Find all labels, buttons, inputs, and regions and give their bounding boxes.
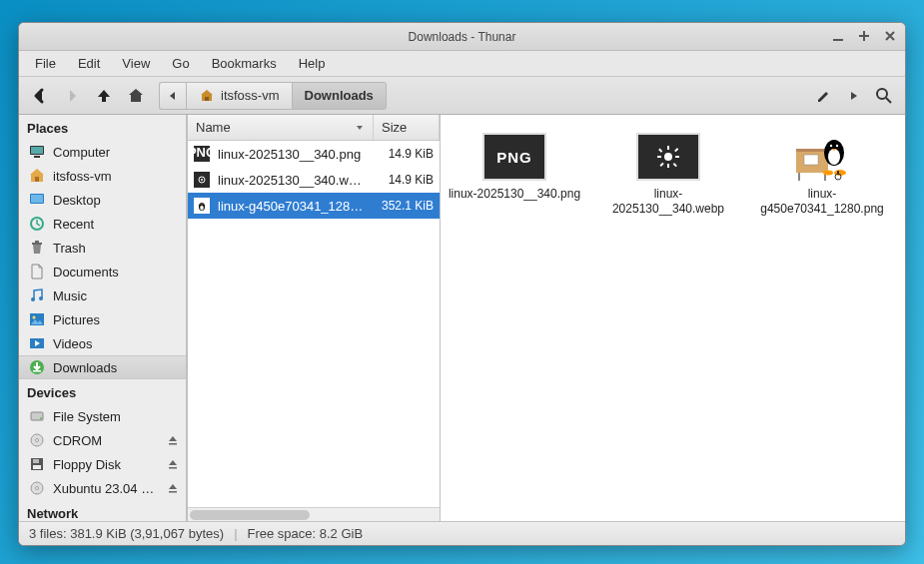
sidebar-item-label: Videos [53,336,93,351]
column-header: Name Size [188,115,440,141]
view-mode-button[interactable] [841,83,867,109]
icon-label: linux-g450e70341_1280.png [754,187,890,217]
sidebar-item-pictures[interactable]: Pictures [19,307,186,331]
download-icon [29,359,45,375]
sidebar-item-label: Downloads [53,360,117,375]
icon-label: linux-2025130__340.webp [600,187,736,217]
menubar: File Edit View Go Bookmarks Help [19,51,905,77]
monitor-icon [29,144,45,160]
file-name: linux-g450e70341_1280.png [218,199,366,214]
sidebar-item-label: Xubuntu 23.04 am… [53,481,160,496]
table-row[interactable]: linux-2025130__340.webp14.9 KiB [188,167,440,193]
sidebar-item-file-system[interactable]: File System [19,404,186,428]
sidebar-item-label: Documents [53,265,119,280]
eject-icon[interactable] [168,483,178,493]
sidebar-item-downloads[interactable]: Downloads [19,355,186,379]
svg-point-15 [33,316,36,319]
trash-icon [29,240,45,256]
sort-asc-icon [355,123,365,133]
sidebar[interactable]: PlacesComputeritsfoss-vmDesktopRecentTra… [19,115,187,521]
sidebar-item-cdrom[interactable]: CDROM [19,428,186,452]
sidebar-item-trash[interactable]: Trash [19,236,186,260]
icon-item[interactable]: linux-g450e70341_1280.png [754,133,890,217]
sidebar-item-xubuntu-23-04-am-[interactable]: Xubuntu 23.04 am… [19,476,186,500]
eject-icon[interactable] [168,435,178,445]
svg-rect-0 [833,39,843,41]
svg-point-20 [40,417,42,419]
svg-text:PNG: PNG [194,146,210,160]
svg-rect-23 [169,443,177,445]
window: Downloads - Thunar File Edit View Go Boo… [18,22,906,546]
home-button[interactable] [123,83,149,109]
path-segment-current[interactable]: Downloads [292,82,387,110]
svg-point-13 [39,296,43,300]
sidebar-item-desktop[interactable]: Desktop [19,188,186,212]
svg-rect-52 [804,155,818,165]
menu-bookmarks[interactable]: Bookmarks [202,53,287,74]
column-size[interactable]: Size [374,115,440,140]
file-thumb-icon [194,172,210,188]
path-segment-home[interactable]: itsfoss-vm [186,82,292,110]
file-name: linux-2025130__340.png [218,147,366,162]
table-row[interactable]: PNGlinux-2025130__340.png14.9 KiB [188,141,440,167]
menu-help[interactable]: Help [289,53,336,74]
search-button[interactable] [871,83,897,109]
menu-edit[interactable]: Edit [68,53,110,74]
path-segment-label: Downloads [305,88,374,103]
sidebar-item-floppy-disk[interactable]: Floppy Disk [19,452,186,476]
sidebar-item-label: File System [53,409,121,424]
scrollbar-thumb[interactable] [190,510,310,520]
icon-item[interactable]: PNGlinux-2025130__340.png [447,133,582,202]
doc-icon [29,264,45,280]
pathbar: itsfoss-vm Downloads [159,82,805,110]
close-button[interactable] [881,27,899,45]
home-icon [29,168,45,184]
window-title: Downloads - Thunar [19,30,905,44]
svg-rect-43 [796,149,828,152]
sidebar-item-recent[interactable]: Recent [19,212,186,236]
menu-go[interactable]: Go [162,53,199,74]
list-rows[interactable]: PNGlinux-2025130__340.png14.9 KiBlinux-2… [188,141,440,507]
sidebar-item-label: Trash [53,241,86,256]
svg-point-48 [830,145,832,147]
forward-button[interactable] [59,83,85,109]
svg-point-22 [36,439,39,442]
horizontal-scrollbar[interactable] [188,507,440,521]
svg-rect-11 [35,241,39,243]
icon-item[interactable]: linux-2025130__340.webp [600,133,736,217]
table-row[interactable]: linux-g450e70341_1280.png352.1 KiB [188,193,440,219]
status-free-space: Free space: 8.2 GiB [248,526,364,541]
icon-pane[interactable]: PNGlinux-2025130__340.pnglinux-2025130__… [441,115,905,521]
back-button[interactable] [27,83,53,109]
sidebar-item-videos[interactable]: Videos [19,331,186,355]
column-name[interactable]: Name [188,115,374,140]
sidebar-item-label: CDROM [53,433,102,448]
sidebar-item-label: Music [53,288,87,303]
sidebar-item-label: Recent [53,217,94,232]
maximize-button[interactable] [855,27,873,45]
sidebar-item-documents[interactable]: Documents [19,260,186,283]
sidebar-item-music[interactable]: Music [19,283,186,307]
menu-view[interactable]: View [112,53,160,74]
sidebar-header: Network [19,500,186,521]
desktop-icon [29,192,45,208]
svg-point-39 [200,203,201,204]
path-history-button[interactable] [159,82,186,110]
minimize-button[interactable] [829,27,847,45]
file-thumb-icon [194,198,210,214]
svg-point-47 [828,149,840,165]
path-segment-label: itsfoss-vm [221,88,280,103]
sidebar-item-itsfoss-vm[interactable]: itsfoss-vm [19,164,186,188]
sidebar-item-computer[interactable]: Computer [19,140,186,164]
music-icon [29,287,45,303]
edit-path-button[interactable] [811,83,837,109]
svg-point-2 [877,89,887,99]
up-button[interactable] [91,83,117,109]
titlebar[interactable]: Downloads - Thunar [19,23,905,51]
svg-point-12 [31,297,35,301]
menu-file[interactable]: File [25,53,66,74]
disk-icon [29,408,45,424]
toolbar-right [811,83,897,109]
sidebar-item-label: Floppy Disk [53,457,121,472]
eject-icon[interactable] [168,459,178,469]
